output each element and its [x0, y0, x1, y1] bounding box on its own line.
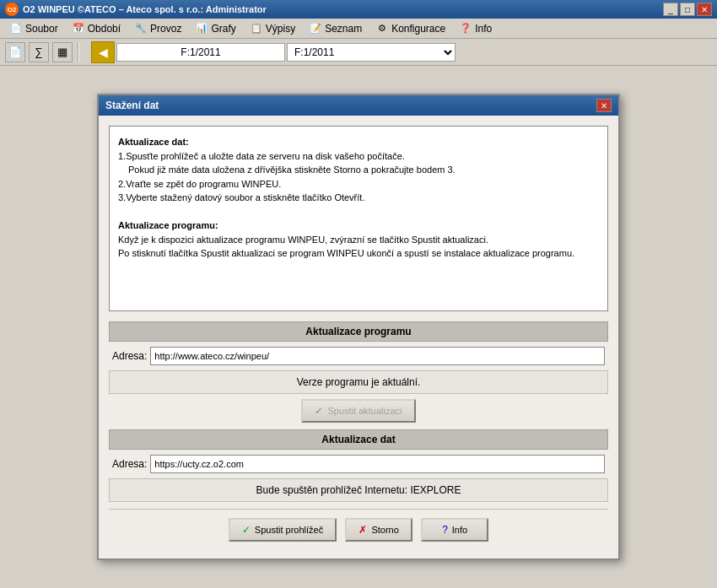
menu-label-provoz: Provoz: [150, 23, 181, 35]
period-display: F:1/2011: [116, 43, 285, 62]
menu-label-grafy: Grafy: [211, 23, 235, 35]
info-btn-icon: ?: [442, 524, 448, 536]
menu-item-grafy[interactable]: 📊 Grafy: [189, 19, 241, 38]
spustit-aktualizaci-button[interactable]: ✓ Spustit aktualizaci: [301, 399, 415, 423]
info-button[interactable]: ? Info: [421, 518, 488, 542]
update-btn-container: ✓ Spustit aktualizaci: [109, 399, 608, 423]
info-textbox: Aktualizace dat: 1.Spusťte prohlížeč a u…: [109, 126, 608, 311]
menu-item-info[interactable]: ❓ Info: [453, 19, 498, 38]
menu-item-provoz[interactable]: 🔧 Provoz: [128, 19, 187, 38]
dialog-stazeni-dat: Stažení dat ✕ Aktualizace dat: 1.Spusťte…: [97, 94, 620, 560]
main-content: Stažení dat ✕ Aktualizace dat: 1.Spusťte…: [0, 66, 717, 588]
dialog-body: Aktualizace dat: 1.Spusťte prohlížeč a u…: [99, 116, 618, 558]
menu-label-vypisy: Výpisy: [266, 23, 295, 35]
app-icon: O2: [5, 3, 19, 16]
period-dropdown[interactable]: F:1/2011: [287, 43, 456, 62]
title-bar: O2 O2 WINPEU ©ATECO – Ateco spol. s r.o.…: [0, 0, 717, 19]
info-menu-icon: ❓: [459, 22, 472, 35]
info-line-5: 3.Vyberte stažený datový soubor a stiskn…: [118, 191, 599, 205]
storno-icon: ✗: [358, 524, 367, 536]
spustit-aktualizaci-icon: ✓: [315, 405, 323, 417]
dialog-button-row: ✓ Spustit prohlížeč ✗ Storno ? Info: [109, 509, 608, 548]
menu-label-soubor: Soubor: [25, 23, 58, 35]
info-line-1: Aktualizace dat:: [118, 135, 599, 149]
seznam-icon: 📝: [309, 22, 322, 35]
toolbar-icon-3: ▦: [57, 46, 67, 58]
title-bar-controls: _ □ ✕: [663, 3, 712, 16]
toolbar-icon-1: 📄: [8, 46, 22, 58]
provoz-icon: 🔧: [134, 22, 148, 35]
info-line-7: Když je k dispozici aktualizace programu…: [118, 233, 599, 247]
window-title: O2 WINPEU ©ATECO – Ateco spol. s r.o.: A…: [23, 4, 267, 14]
info-line-3: Pokud již máte data uložena z dřívějška …: [118, 163, 599, 177]
data-address-input[interactable]: [150, 455, 605, 473]
toolbar-separator: [78, 43, 79, 62]
data-address-row: Adresa:: [109, 455, 608, 473]
vypisy-icon: 📋: [250, 22, 263, 35]
spustit-prohlizec-button[interactable]: ✓ Spustit prohlížeč: [229, 518, 337, 542]
info-button-label: Info: [452, 525, 467, 535]
toolbar-btn-1[interactable]: 📄: [5, 42, 25, 62]
soubor-icon: 📄: [9, 22, 23, 35]
program-address-input[interactable]: [150, 347, 605, 365]
menu-item-obdobi[interactable]: 📅 Období: [66, 19, 127, 38]
data-status-text: Bude spuštěn prohlížeč Internetu: IEXPLO…: [109, 478, 608, 502]
menu-bar: 📄 Soubor 📅 Období 🔧 Provoz 📊 Grafy 📋 Výp…: [0, 19, 717, 39]
maximize-button[interactable]: □: [680, 3, 695, 16]
info-line-8: Po stisknutí tlačítka Spustit aktualizac…: [118, 246, 599, 261]
menu-label-info: Info: [475, 23, 492, 35]
info-line-4: 2.Vraťte se zpět do programu WINPEU.: [118, 177, 599, 192]
close-button[interactable]: ✕: [697, 3, 712, 16]
program-address-label: Adresa:: [112, 350, 147, 362]
title-bar-left: O2 O2 WINPEU ©ATECO – Ateco spol. s r.o.…: [5, 3, 267, 16]
menu-label-obdobi: Období: [88, 23, 121, 35]
menu-item-soubor[interactable]: 📄 Soubor: [3, 19, 64, 38]
toolbar-nav: ◀ F:1/2011 F:1/2011: [91, 41, 456, 63]
dialog-close-button[interactable]: ✕: [596, 99, 612, 112]
spustit-aktualizaci-label: Spustit aktualizaci: [327, 406, 402, 416]
spustit-prohlizec-icon: ✓: [242, 524, 251, 536]
spustit-prohlizec-label: Spustit prohlížeč: [255, 525, 323, 535]
toolbar-icon-2: ∑: [35, 46, 42, 58]
grafy-icon: 📊: [195, 22, 208, 35]
info-line-2: 1.Spusťte prohlížeč a uložte data ze ser…: [118, 149, 599, 164]
info-line-6: Aktualizace programu:: [118, 218, 599, 233]
data-address-label: Adresa:: [112, 458, 147, 470]
dialog-title-bar: Stažení dat ✕: [99, 95, 618, 116]
toolbar-btn-3[interactable]: ▦: [52, 42, 73, 62]
minimize-button[interactable]: _: [663, 3, 678, 16]
menu-label-seznam: Seznam: [325, 23, 362, 35]
section-header-data: Aktualizace dat: [109, 429, 608, 450]
nav-back-button[interactable]: ◀: [91, 41, 115, 63]
toolbar: 📄 ∑ ▦ ◀ F:1/2011 F:1/2011: [0, 39, 717, 66]
storno-label: Storno: [371, 525, 398, 535]
konfigurace-icon: ⚙: [375, 22, 389, 35]
storno-button[interactable]: ✗ Storno: [345, 518, 412, 542]
dialog-title: Stažení dat: [105, 100, 159, 111]
program-address-row: Adresa:: [109, 347, 608, 365]
toolbar-btn-2[interactable]: ∑: [29, 42, 49, 62]
obdobi-icon: 📅: [72, 22, 85, 35]
menu-item-konfigurace[interactable]: ⚙ Konfigurace: [369, 19, 451, 38]
program-status-text: Verze programu je aktuální.: [109, 370, 608, 394]
period-value: F:1/2011: [181, 46, 220, 58]
menu-label-konfigurace: Konfigurace: [391, 23, 445, 35]
menu-item-seznam[interactable]: 📝 Seznam: [303, 19, 368, 38]
menu-item-vypisy[interactable]: 📋 Výpisy: [244, 19, 301, 38]
section-header-program: Aktualizace programu: [109, 321, 608, 342]
